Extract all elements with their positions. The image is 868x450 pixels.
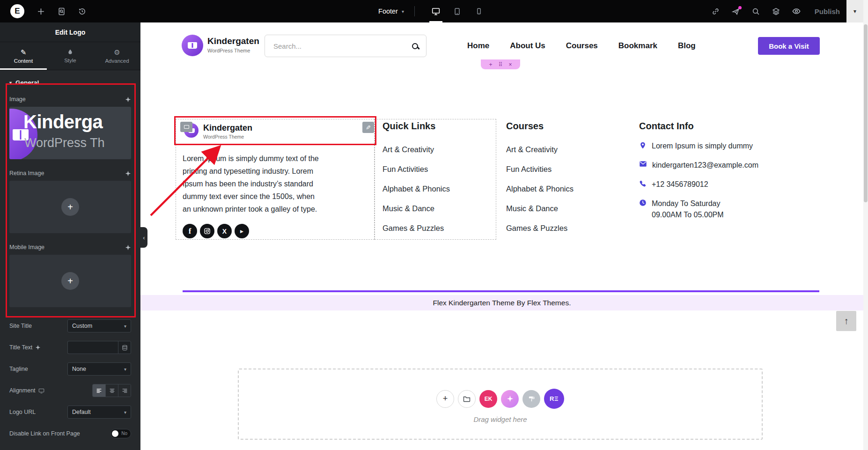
- nav-item-about-us[interactable]: About Us: [510, 41, 545, 51]
- addon-library-button[interactable]: [522, 390, 540, 408]
- finder-icon[interactable]: [58, 7, 66, 15]
- contact-phone[interactable]: +12 3456789012: [652, 179, 708, 190]
- footer-link[interactable]: Alphabet & Phonics: [383, 184, 450, 193]
- panel-collapse-button[interactable]: ‹: [140, 227, 147, 248]
- facebook-icon[interactable]: f: [183, 224, 197, 238]
- editor-panel: Edit Logo ✎ Content Style ⚙ Advanced ▾ G…: [0, 22, 140, 450]
- nav-item-home[interactable]: Home: [467, 41, 489, 51]
- collapse-arrow-icon: ‹: [143, 234, 145, 241]
- elementor-menu-button[interactable]: E: [10, 4, 24, 18]
- tab-advanced[interactable]: ⚙ Advanced: [94, 42, 140, 70]
- toggle-knob: [112, 430, 118, 437]
- logo-url-select[interactable]: Default ▾: [67, 406, 131, 419]
- scroll-to-top-button[interactable]: ↑: [836, 311, 856, 331]
- title-text-label: Title Text: [9, 344, 32, 351]
- search-icon[interactable]: [752, 7, 760, 15]
- copy-link-icon[interactable]: [712, 7, 720, 15]
- social-icons: f X ▶: [183, 224, 249, 238]
- save-options-button[interactable]: ▾: [846, 0, 863, 22]
- delete-section-icon[interactable]: ×: [508, 62, 512, 67]
- alignment-group: [92, 384, 131, 397]
- logo-image-preview[interactable]: Kinderga WordPress Th: [9, 107, 131, 159]
- responsive-monitor-icon[interactable]: [38, 388, 44, 394]
- kit-library-button[interactable]: EK: [479, 390, 497, 408]
- add-section-icon[interactable]: +: [489, 62, 493, 67]
- magnifier-icon: [412, 43, 418, 49]
- footer-link[interactable]: Music & Dance: [506, 204, 574, 213]
- retina-image-chooser[interactable]: +: [9, 181, 131, 233]
- site-title-select[interactable]: Custom ▾: [67, 319, 131, 332]
- footer-link[interactable]: Games & Puzzles: [506, 224, 574, 232]
- nav-item-bookmark[interactable]: Bookmark: [618, 41, 657, 51]
- tab-content[interactable]: ✎ Content: [0, 42, 47, 70]
- courses-title: Courses: [506, 121, 544, 132]
- contact-email-row: kindergarten123@example.com: [639, 160, 758, 171]
- device-tablet-button[interactable]: [447, 0, 468, 22]
- align-center-button[interactable]: [105, 384, 118, 397]
- contact-hours-line1: Monday To Saturday: [652, 199, 720, 207]
- nav-item-courses[interactable]: Courses: [566, 41, 598, 51]
- align-left-button[interactable]: [93, 384, 105, 397]
- dynamic-tags-icon[interactable]: [118, 341, 131, 354]
- template-library-button[interactable]: [458, 390, 476, 408]
- site-logo[interactable]: Kindergaten WordPress Theme: [182, 35, 259, 56]
- search-input[interactable]: [265, 42, 404, 50]
- history-icon[interactable]: [78, 7, 86, 15]
- add-image-button[interactable]: +: [61, 198, 79, 216]
- nav-item-blog[interactable]: Blog: [678, 41, 696, 51]
- book-a-visit-button[interactable]: Book a Visit: [758, 37, 820, 55]
- structure-icon[interactable]: [772, 7, 780, 15]
- ai-builder-button[interactable]: [501, 390, 519, 408]
- ai-sparkle-icon[interactable]: [35, 345, 41, 350]
- footer-link[interactable]: Art & Creativity: [506, 145, 574, 154]
- publish-button[interactable]: Publish: [815, 7, 840, 15]
- ai-copilot-icon[interactable]: [732, 7, 740, 15]
- instagram-icon[interactable]: [200, 224, 214, 238]
- device-desktop-button[interactable]: [425, 0, 447, 22]
- disable-link-toggle[interactable]: No: [110, 429, 131, 438]
- widget-drag-handle[interactable]: [180, 122, 192, 132]
- footer-link[interactable]: Alphabet & Phonics: [506, 184, 574, 193]
- re-logo: RΞ: [550, 395, 559, 402]
- disable-link-label: Disable Link on Front Page: [9, 430, 80, 437]
- preview-eye-icon[interactable]: [792, 7, 801, 15]
- about-line: an unknown printer took a galley of type…: [183, 203, 328, 215]
- scrollbar-thumb[interactable]: [864, 24, 868, 202]
- youtube-icon[interactable]: ▶: [235, 224, 249, 238]
- add-image-button[interactable]: +: [61, 272, 79, 290]
- gear-icon: ⚙: [114, 49, 120, 56]
- tab-label: Style: [64, 58, 76, 63]
- footer-link[interactable]: Music & Dance: [383, 204, 450, 213]
- drag-section-icon[interactable]: ⠿: [499, 62, 503, 67]
- contact-email[interactable]: kindergarten123@example.com: [652, 160, 758, 171]
- section-general[interactable]: ▾ General: [9, 79, 131, 86]
- contact-address: Lorem Ipsum is simply dummy: [652, 140, 753, 152]
- add-widget-button[interactable]: +: [436, 390, 454, 408]
- x-twitter-icon[interactable]: X: [217, 224, 232, 238]
- footer-logo-widget[interactable]: Kindergaten WordPress Theme: [184, 123, 252, 140]
- align-right-button[interactable]: [118, 384, 131, 397]
- preview-title: Kinderga: [23, 111, 103, 133]
- footer-link[interactable]: Games & Puzzles: [383, 224, 450, 232]
- footer-link[interactable]: Fun Activities: [383, 165, 450, 173]
- footer-about-text: Lorem Ipsum is simply dummy text of the …: [183, 152, 328, 215]
- tagline-select[interactable]: None ▾: [67, 362, 131, 376]
- pencil-icon: ✎: [366, 124, 371, 131]
- ai-sparkle-icon[interactable]: [125, 244, 131, 251]
- contact-phone-row: +12 3456789012: [639, 179, 758, 190]
- footer-link[interactable]: Art & Creativity: [383, 145, 450, 154]
- ai-sparkle-icon[interactable]: [125, 96, 131, 103]
- ai-sparkle-icon[interactable]: [125, 170, 131, 177]
- search-submit-button[interactable]: [404, 35, 426, 57]
- title-text-input[interactable]: [67, 341, 118, 354]
- tab-style[interactable]: Style: [47, 42, 94, 70]
- header-search: [265, 35, 427, 57]
- re-templates-button[interactable]: RΞ: [544, 389, 564, 409]
- add-element-icon[interactable]: [37, 7, 45, 15]
- widget-drop-area[interactable]: + EK RΞ Drag: [238, 369, 763, 440]
- footer-link[interactable]: Fun Activities: [506, 165, 574, 173]
- mobile-image-chooser[interactable]: +: [9, 255, 131, 307]
- device-mobile-button[interactable]: [468, 0, 490, 22]
- document-switcher[interactable]: Footer ▾: [378, 7, 404, 15]
- edit-widget-button[interactable]: ✎: [362, 122, 374, 133]
